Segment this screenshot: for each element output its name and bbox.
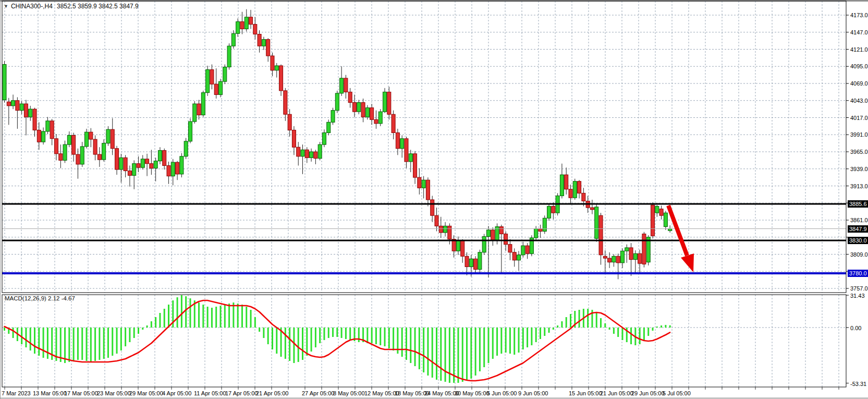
bear-candle (499, 227, 503, 234)
bull-candle (80, 147, 84, 164)
price-axis-label: 4043.0 (850, 98, 868, 104)
bull-candle (119, 158, 123, 170)
bull-candle (193, 104, 197, 122)
bear-candle (348, 92, 352, 102)
time-axis-label: 24 May 05:00 (424, 390, 459, 397)
bull-candle (318, 144, 322, 158)
bear-candle (344, 78, 348, 92)
bull-candle (201, 93, 205, 115)
bear-candle (448, 226, 451, 239)
bear-candle (89, 132, 93, 139)
bull-candle (102, 143, 106, 160)
macd-indicator-label: MACD(12,26,9) 2.12 -4.67 (5, 295, 75, 301)
bear-candle (210, 70, 214, 84)
current-price-label: 3847.9 (848, 225, 868, 233)
bear-candle (629, 248, 633, 260)
bear-candle (582, 193, 585, 201)
price-axis-label: 4147.0 (850, 29, 868, 36)
bear-candle (253, 25, 257, 34)
bull-candle (67, 136, 71, 145)
bull-candle (236, 22, 240, 34)
symbol-dropdown-icon[interactable]: ▼ (4, 4, 8, 9)
bear-candle (258, 34, 261, 46)
price-axis-label: 3965.0 (850, 149, 868, 155)
bear-candle (16, 101, 19, 111)
bull-candle (219, 81, 223, 94)
price-axis-label: 3991.0 (850, 131, 868, 138)
bull-candle (63, 144, 67, 160)
chart-canvas[interactable] (1, 0, 868, 399)
bear-candle (59, 154, 63, 161)
trend-arrow-head[interactable] (681, 253, 694, 272)
bull-candle (20, 104, 23, 111)
bear-candle (76, 154, 80, 164)
bear-candle (461, 240, 464, 256)
bull-candle (409, 154, 412, 162)
price-line-label: 3830.0 (848, 237, 868, 244)
bull-candle (543, 218, 546, 231)
bear-candle (565, 175, 568, 189)
bear-candle (314, 152, 317, 159)
chart-window: ▼CHINA300-,H43852.5 3859.9 3842.5 3847.9… (0, 0, 868, 399)
bear-candle (405, 139, 408, 162)
bull-candle (85, 132, 89, 147)
bear-candle (150, 164, 153, 168)
macd-axis-label: 0.00 (850, 325, 861, 332)
time-axis-label: 12 May 05:00 (364, 390, 399, 397)
bull-candle (620, 251, 624, 263)
bull-candle (547, 207, 551, 219)
bull-candle (456, 240, 460, 251)
bull-candle (244, 17, 248, 29)
price-axis-label: 3809.0 (850, 251, 868, 258)
bull-candle (262, 40, 265, 46)
price-axis-label: 4121.0 (850, 46, 868, 53)
bull-candle (206, 70, 210, 93)
bear-candle (387, 92, 391, 114)
bull-candle (154, 161, 157, 168)
bear-candle (525, 246, 529, 253)
bull-candle (223, 67, 227, 82)
time-axis-label: 11 Apr 05:00 (194, 390, 226, 397)
bear-candle (33, 109, 36, 130)
bull-candle (664, 213, 667, 226)
time-axis-label: 17 Apr 05:00 (225, 390, 258, 397)
bear-candle (54, 139, 58, 154)
bull-candle (46, 121, 50, 131)
bull-candle (180, 156, 184, 174)
bear-candle (578, 182, 581, 194)
price-axis-label: 4069.0 (850, 80, 868, 87)
bull-candle (612, 256, 616, 262)
bear-candle (508, 245, 512, 252)
bear-candle (111, 129, 114, 149)
bear-candle (642, 234, 646, 264)
price-axis-label: 3939.0 (850, 166, 868, 173)
bull-candle (365, 108, 369, 117)
price-axis-label: 4017.0 (850, 115, 868, 122)
bull-candle (655, 207, 659, 213)
time-axis-label: 30 May 05:00 (455, 390, 490, 397)
bull-candle (171, 162, 175, 176)
bear-candle (128, 171, 131, 176)
bear-candle (370, 108, 374, 120)
bear-candle (396, 132, 399, 148)
time-axis-label: 29 Mar 05:00 (129, 390, 163, 397)
time-axis-label: 4 Apr 05:00 (162, 390, 191, 397)
bear-candle (651, 205, 655, 236)
bear-candle (659, 209, 663, 216)
bear-candle (305, 150, 309, 158)
bull-candle (521, 246, 525, 255)
bull-candle (486, 230, 490, 237)
bear-candle (413, 154, 417, 177)
bear-candle (599, 215, 603, 255)
bear-candle (552, 207, 555, 213)
bull-candle (275, 66, 278, 70)
time-axis-label: 23 Mar 05:00 (97, 390, 131, 397)
bull-candle (184, 141, 188, 156)
time-axis[interactable]: 7 Mar 202313 Mar 05:0017 Mar 05:0023 Mar… (1, 387, 868, 397)
time-axis-label: 21 Apr 05:00 (256, 390, 288, 397)
bull-candle (444, 226, 447, 233)
macd-axis-label: -53.31 (850, 381, 866, 388)
price-axis[interactable]: 4173.04147.04121.04095.04069.04043.04017… (846, 0, 868, 387)
bear-candle (176, 162, 179, 174)
bear-candle (616, 256, 620, 263)
